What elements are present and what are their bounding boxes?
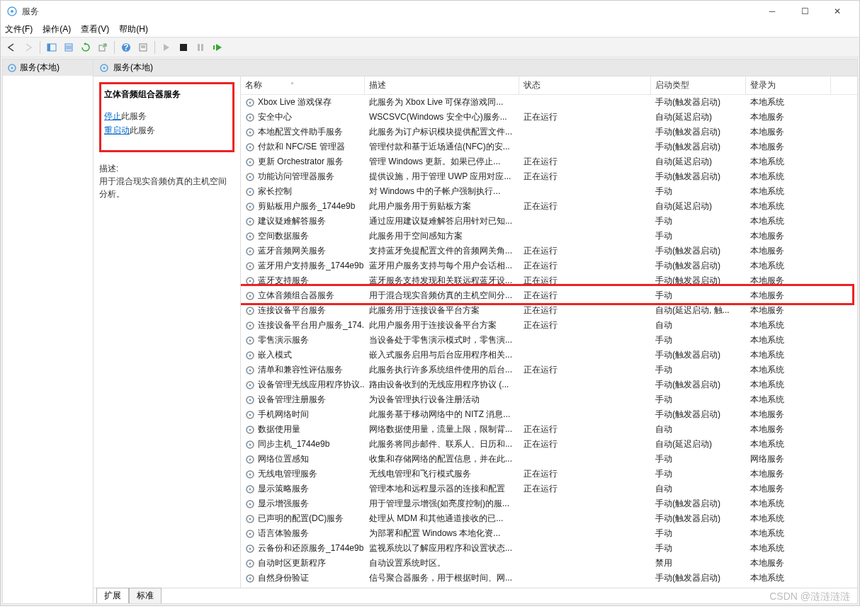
- service-row[interactable]: 自动时区更新程序自动设置系统时区。禁用本地服务: [241, 556, 857, 571]
- service-row[interactable]: 同步主机_1744e9b此服务将同步邮件、联系人、日历和...正在运行自动(延迟…: [241, 437, 857, 452]
- show-hide-tree-button[interactable]: [44, 40, 60, 55]
- service-row[interactable]: 手机网络时间此服务基于移动网络中的 NITZ 消息...手动(触发器启动)本地服…: [241, 407, 857, 422]
- content-area: 服务(本地) 服务(本地) 立体音频组合器服务 停止此服务 重启动此服务: [2, 59, 858, 604]
- svg-point-69: [249, 443, 251, 445]
- service-row[interactable]: 网络位置感知收集和存储网络的配置信息，并在此...手动网络服务: [241, 452, 857, 467]
- help-button[interactable]: ?: [118, 40, 134, 55]
- service-row[interactable]: 自然身份验证信号聚合器服务，用于根据时间、网...手动(触发器启动)本地系统: [241, 571, 857, 586]
- maximize-button[interactable]: ☐: [788, 1, 821, 22]
- export-button[interactable]: [95, 40, 111, 55]
- service-start: 手动(触发器启动): [651, 498, 746, 510]
- svg-point-63: [249, 399, 251, 401]
- service-name: 剪贴板用户服务_1744e9b: [258, 200, 355, 212]
- service-desc: 嵌入式服务启用与后台应用程序相关...: [365, 349, 519, 361]
- service-list[interactable]: 名称˄ 描述 状态 启动类型 登录为 Xbox Live 游戏保存此服务为 Xb…: [241, 76, 857, 588]
- menu-help[interactable]: 帮助(H): [119, 23, 148, 35]
- minimize-button[interactable]: ─: [756, 1, 788, 22]
- svg-point-77: [249, 503, 251, 505]
- service-row[interactable]: 连接设备平台服务此服务用于连接设备平台方案正在运行自动(延迟启动, 触...本地…: [241, 303, 857, 318]
- service-row[interactable]: 数据使用量网络数据使用量，流量上限，限制背...正在运行自动本地服务: [241, 422, 857, 437]
- service-row[interactable]: 蓝牙支持服务蓝牙服务支持发现和关联远程蓝牙设...正在运行手动(触发器启动)本地…: [241, 273, 857, 288]
- gear-icon: [245, 574, 255, 583]
- service-status: 正在运行: [519, 260, 651, 272]
- service-row[interactable]: 建议疑难解答服务通过应用建议疑难解答启用针对已知...手动本地系统: [241, 214, 857, 229]
- service-desc: 此服务为订户标识模块提供配置文件...: [365, 126, 519, 138]
- tab-standard[interactable]: 标准: [129, 588, 162, 603]
- restart-link[interactable]: 重启动: [104, 125, 130, 135]
- col-header-desc[interactable]: 描述: [365, 76, 519, 94]
- props-button[interactable]: [135, 40, 151, 55]
- service-logon: 本地服务: [746, 126, 831, 138]
- service-logon: 本地服务: [746, 483, 831, 495]
- service-row[interactable]: 剪贴板用户服务_1744e9b此用户服务用于剪贴板方案正在运行自动(延迟启动)本…: [241, 199, 857, 214]
- service-row[interactable]: 本地配置文件助手服务此服务为订户标识模块提供配置文件...手动(触发器启动)本地…: [241, 125, 857, 139]
- svg-point-53: [249, 324, 251, 326]
- close-button[interactable]: ✕: [821, 1, 854, 22]
- service-row[interactable]: 显示策略服务管理本地和远程显示器的连接和配置正在运行自动本地服务: [241, 481, 857, 496]
- service-start: 手动: [651, 290, 746, 302]
- tab-extended[interactable]: 扩展: [96, 588, 129, 603]
- refresh-button[interactable]: [78, 40, 94, 55]
- service-row[interactable]: 连接设备平台用户服务_174...此用户服务用于连接设备平台方案正在运行自动本地…: [241, 318, 857, 333]
- service-row[interactable]: 蓝牙音频网关服务支持蓝牙免提配置文件的音频网关角...正在运行手动(触发器启动)…: [241, 244, 857, 258]
- service-row[interactable]: 云备份和还原服务_1744e9b监视系统以了解应用程序和设置状态...手动本地系…: [241, 541, 857, 556]
- service-row[interactable]: 立体音频组合器服务用于混合现实音频仿真的主机空间分...正在运行手动本地服务: [241, 288, 857, 303]
- service-row[interactable]: 空间数据服务此服务用于空间感知方案手动本地服务: [241, 229, 857, 244]
- service-row[interactable]: 清单和兼容性评估服务此服务执行许多系统组件使用的后台...正在运行手动本地系统: [241, 363, 857, 377]
- start-service-button[interactable]: [159, 40, 174, 55]
- service-row[interactable]: 无线电管理服务无线电管理和飞行模式服务正在运行手动本地服务: [241, 467, 857, 481]
- tree-root-services-local[interactable]: 服务(本地): [3, 59, 93, 76]
- service-name: 同步主机_1744e9b: [258, 438, 329, 450]
- service-row[interactable]: 家长控制对 Windows 中的子帐户强制执行...手动本地系统: [241, 184, 857, 199]
- service-row[interactable]: 设备管理无线应用程序协议...路由设备收到的无线应用程序协议 (...手动(触发…: [241, 377, 857, 392]
- menu-view[interactable]: 查看(V): [81, 23, 109, 35]
- svg-point-51: [249, 309, 251, 312]
- service-row[interactable]: 零售演示服务当设备处于零售演示模式时，零售演...手动本地系统: [241, 333, 857, 348]
- service-logon: 网络服务: [746, 453, 831, 465]
- col-header-status[interactable]: 状态: [519, 76, 651, 94]
- service-status: 正在运行: [519, 290, 651, 302]
- service-name: 设备管理无线应用程序协议...: [258, 379, 365, 391]
- service-row[interactable]: 嵌入模式嵌入式服务启用与后台应用程序相关...手动(触发器启动)本地系统: [241, 348, 857, 363]
- service-desc: 管理 Windows 更新。如果已停止...: [365, 156, 519, 168]
- service-status: 正在运行: [519, 438, 651, 450]
- col-header-name[interactable]: 名称˄: [241, 76, 365, 94]
- selected-service-name: 立体音频组合器服务: [104, 89, 230, 101]
- list-icon: [64, 42, 74, 52]
- col-header-logon[interactable]: 登录为: [746, 76, 831, 94]
- list-header: 名称˄ 描述 状态 启动类型 登录为: [241, 76, 857, 95]
- service-desc: 提供设施，用于管理 UWP 应用对应...: [365, 171, 519, 183]
- service-row[interactable]: 蓝牙用户支持服务_1744e9b蓝牙用户服务支持与每个用户会话相...正在运行手…: [241, 258, 857, 273]
- restart-service-button[interactable]: [210, 40, 225, 55]
- service-name: 连接设备平台用户服务_174...: [258, 319, 365, 331]
- gear-icon: [245, 276, 255, 286]
- service-start: 手动(触发器启动): [651, 275, 746, 287]
- service-row[interactable]: 付款和 NFC/SE 管理器管理付款和基于近场通信(NFC)的安...手动(触发…: [241, 139, 857, 154]
- stop-link[interactable]: 停止: [104, 111, 121, 121]
- service-row[interactable]: 设备管理注册服务为设备管理执行设备注册活动手动本地系统: [241, 392, 857, 407]
- col-header-start[interactable]: 启动类型: [651, 76, 746, 94]
- service-row[interactable]: Xbox Live 游戏保存此服务为 Xbox Live 可保存游戏同...手动…: [241, 95, 857, 110]
- service-desc: 此用户服务用于连接设备平台方案: [365, 319, 519, 331]
- properties-button[interactable]: [61, 40, 77, 55]
- stop-service-button[interactable]: [176, 40, 191, 55]
- service-row[interactable]: 语言体验服务为部署和配置 Windows 本地化资...手动本地系统: [241, 526, 857, 541]
- svg-point-39: [249, 220, 251, 222]
- service-row[interactable]: 已声明的配置(DC)服务处理从 MDM 和其他通道接收的已...手动(触发器启动…: [241, 511, 857, 526]
- service-row[interactable]: 更新 Orchestrator 服务管理 Windows 更新。如果已停止...…: [241, 154, 857, 169]
- menu-file[interactable]: 文件(F): [5, 23, 33, 35]
- gear-icon: [245, 425, 255, 435]
- service-start: 手动(触发器启动): [651, 96, 746, 108]
- service-row[interactable]: 显示增强服务用于管理显示增强(如亮度控制)的服...手动(触发器启动)本地系统: [241, 496, 857, 511]
- restart-icon: [213, 44, 222, 51]
- service-status: 正在运行: [519, 423, 651, 435]
- back-button[interactable]: [4, 40, 19, 55]
- title-bar[interactable]: 服务 ─ ☐ ✕: [1, 1, 859, 22]
- service-row[interactable]: 功能访问管理器服务提供设施，用于管理 UWP 应用对应...正在运行手动(触发器…: [241, 169, 857, 184]
- forward-button[interactable]: [21, 40, 36, 55]
- pause-service-button[interactable]: [193, 40, 208, 55]
- right-header-title: 服务(本地): [113, 62, 153, 74]
- menu-action[interactable]: 操作(A): [43, 23, 71, 35]
- service-name: 零售演示服务: [258, 334, 309, 346]
- service-row[interactable]: 安全中心WSCSVC(Windows 安全中心)服务...正在运行自动(延迟启动…: [241, 110, 857, 125]
